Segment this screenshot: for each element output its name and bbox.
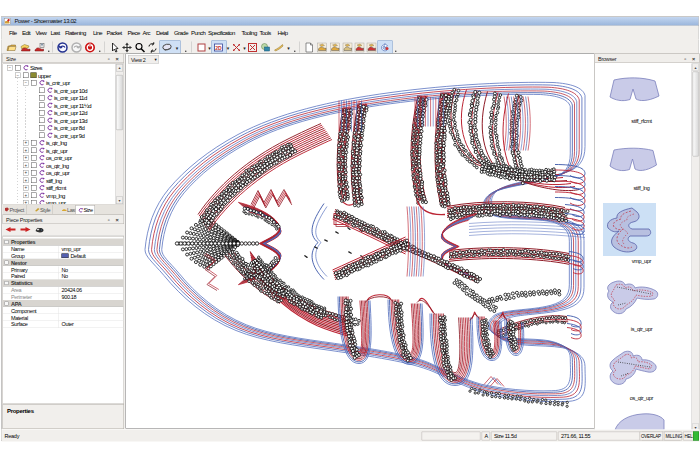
svg-text:2D: 2D	[215, 45, 222, 51]
